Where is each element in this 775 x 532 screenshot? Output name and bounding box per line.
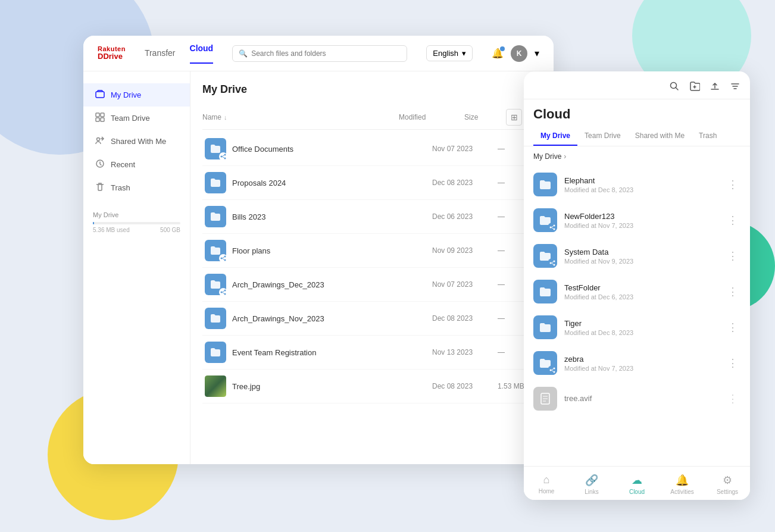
list-item[interactable]: Tiger Modified at Dec 8, 2023 ⋮	[529, 309, 745, 345]
settings-icon: ⚙	[723, 474, 732, 487]
file-info: tree.avif	[564, 394, 725, 404]
sidebar-item-trash[interactable]: Trash	[83, 176, 190, 199]
sidebar-item-team-drive[interactable]: Team Drive	[83, 107, 190, 130]
more-options-button[interactable]: ⋮	[725, 354, 740, 372]
list-item[interactable]: TestFolder Modified at Dec 6, 2023 ⋮	[529, 274, 745, 309]
main-app-window: Rakuten DDrive Transfer Cloud 🔍 English …	[83, 36, 554, 464]
panel-file-name: System Data	[564, 248, 725, 256]
folder-shared-icon	[533, 244, 557, 268]
panel-tab-trash[interactable]: Trash	[692, 127, 724, 146]
more-options-button[interactable]: ⋮	[725, 318, 740, 336]
cloud-icon: ☁	[632, 474, 642, 487]
sidebar-item-my-drive[interactable]: My Drive	[83, 83, 190, 107]
panel-file-list: Elephant Modified at Dec 8, 2023 ⋮ NewFo…	[524, 167, 750, 466]
more-options-button[interactable]: ⋮	[725, 176, 740, 193]
panel-file-name: TestFolder	[564, 283, 725, 292]
table-row[interactable]: Office Documents Nov 07 2023 —	[202, 132, 542, 166]
bottom-nav-links-label: Links	[585, 489, 598, 495]
table-row[interactable]: Proposals 2024 Dec 08 2023 —	[202, 166, 542, 200]
bottom-nav-settings-label: Settings	[717, 489, 738, 495]
table-row[interactable]: Tree.jpg Dec 08 2023 1.53 MB	[202, 370, 542, 403]
list-item[interactable]: System Data Modified at Nov 9, 2023 ⋮	[529, 238, 745, 274]
folder-icon	[533, 315, 557, 339]
panel-tab-shared-with-me[interactable]: Shared with Me	[628, 127, 692, 146]
table-row[interactable]: Arch_Drawings_Nov_2023 Dec 08 2023 —	[202, 302, 542, 336]
bottom-nav-links[interactable]: 🔗 Links	[569, 471, 614, 497]
panel-file-date: Modified at Nov 7, 2023	[564, 365, 725, 372]
panel-file-name: Tiger	[564, 319, 725, 328]
svg-point-17	[550, 227, 552, 229]
svg-point-15	[224, 293, 226, 295]
home-icon: ⌂	[543, 474, 550, 486]
panel-file-name: NewFolder123	[564, 212, 725, 221]
file-modified: Nov 13 2023	[432, 348, 498, 356]
table-row[interactable]: Event Team Registration Nov 13 2023 —	[202, 336, 542, 370]
more-options-button[interactable]: ⋮	[725, 211, 740, 229]
shared-icon	[95, 136, 105, 147]
svg-point-9	[224, 158, 226, 159]
main-content: My Drive Team Drive	[83, 71, 554, 464]
svg-point-25	[554, 371, 555, 373]
sort-icon[interactable]: ↓	[224, 114, 227, 121]
notification-button[interactable]: 🔔	[492, 48, 504, 59]
search-bar[interactable]: 🔍	[232, 45, 407, 62]
svg-point-21	[554, 261, 555, 262]
bottom-nav-activities[interactable]: 🔔 Activities	[660, 471, 705, 497]
list-item[interactable]: Elephant Modified at Dec 8, 2023 ⋮	[529, 167, 745, 202]
file-info: NewFolder123 Modified at Nov 7, 2023	[564, 212, 725, 229]
recent-icon	[95, 159, 105, 170]
language-selector[interactable]: English ▾	[426, 45, 473, 61]
bottom-navigation: ⌂ Home 🔗 Links ☁ Cloud 🔔 Activities ⚙ Se…	[524, 466, 750, 500]
storage-label: My Drive	[93, 211, 118, 218]
panel-tab-my-drive[interactable]: My Drive	[533, 127, 577, 146]
list-item[interactable]: NewFolder123 Modified at Nov 7, 2023 ⋮	[529, 202, 745, 238]
panel-file-date: Modified at Nov 9, 2023	[564, 258, 725, 265]
panel-upload-icon[interactable]	[710, 81, 720, 94]
col-name-label: Name	[202, 113, 221, 121]
bottom-nav-settings[interactable]: ⚙ Settings	[705, 471, 750, 497]
file-thumbnail	[205, 375, 226, 397]
page-title: My Drive	[202, 83, 542, 96]
list-item[interactable]: tree.avif ⋮	[529, 381, 745, 417]
search-icon: 🔍	[239, 49, 248, 58]
storage-info: 5.36 MB used 500 GB	[93, 227, 180, 233]
file-info: zebra Modified at Nov 7, 2023	[564, 355, 725, 372]
grid-view-button[interactable]: ⊞	[506, 109, 522, 126]
file-area: My Drive Name ↓ Modified Size ⊞ ≡	[190, 71, 554, 464]
app-logo: Rakuten DDrive	[98, 45, 126, 61]
table-row[interactable]: Floor plans Nov 09 2023 —	[202, 234, 542, 268]
bottom-nav-home[interactable]: ⌂ Home	[524, 471, 569, 497]
search-input[interactable]	[251, 49, 401, 58]
file-name: Tree.jpg	[232, 382, 432, 391]
bottom-nav-activities-label: Activities	[670, 489, 693, 495]
bottom-nav-cloud[interactable]: ☁ Cloud	[614, 471, 660, 497]
panel-sort-icon[interactable]	[730, 81, 740, 94]
svg-point-19	[554, 229, 555, 230]
panel-new-folder-icon[interactable]	[689, 81, 700, 94]
tab-cloud[interactable]: Cloud	[190, 43, 214, 64]
file-name: Proposals 2024	[232, 179, 432, 187]
sidebar-item-shared-with-me[interactable]: Shared With Me	[83, 130, 190, 153]
more-options-button[interactable]: ⋮	[725, 390, 740, 408]
table-row[interactable]: Bills 2023 Dec 06 2023 —	[202, 200, 542, 234]
table-row[interactable]: Arch_Drawings_Dec_2023 Nov 07 2023 —	[202, 268, 542, 302]
panel-search-icon[interactable]	[669, 81, 680, 94]
tab-transfer[interactable]: Transfer	[145, 48, 176, 59]
panel-tab-team-drive[interactable]: Team Drive	[577, 127, 628, 146]
panel-title: Cloud	[524, 99, 750, 122]
panel-breadcrumb: My Drive ›	[524, 146, 750, 167]
more-options-button[interactable]: ⋮	[725, 247, 740, 265]
file-name: Event Team Registration	[232, 348, 432, 357]
svg-point-22	[554, 264, 555, 266]
logo-drive-text: DDrive	[98, 52, 126, 61]
list-item[interactable]: zebra Modified at Nov 7, 2023 ⋮	[529, 345, 745, 381]
user-avatar[interactable]: K	[511, 45, 527, 62]
team-drive-label: Team Drive	[111, 114, 150, 123]
file-modified: Nov 09 2023	[432, 246, 498, 255]
svg-rect-1	[96, 113, 99, 117]
my-drive-icon	[95, 89, 105, 101]
panel-file-date: Modified at Dec 8, 2023	[564, 329, 725, 336]
more-options-button[interactable]: ⋮	[725, 283, 740, 301]
folder-icon	[205, 342, 226, 363]
sidebar-item-recent[interactable]: Recent	[83, 153, 190, 176]
